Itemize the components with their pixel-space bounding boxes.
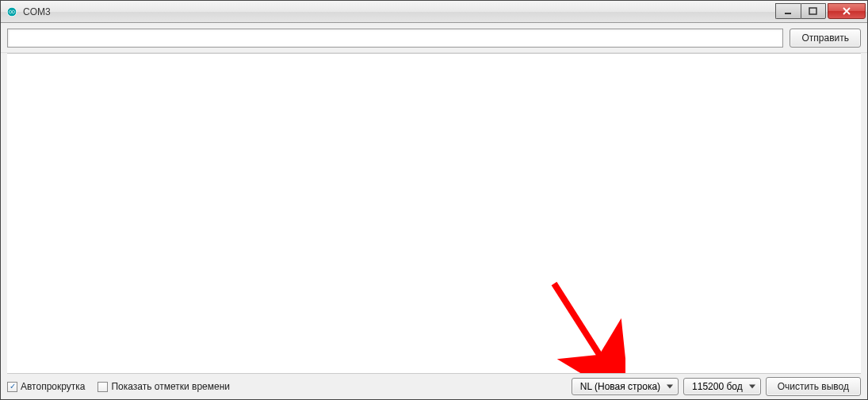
chevron-down-icon bbox=[667, 385, 673, 389]
titlebar: COM3 bbox=[1, 1, 867, 23]
line-ending-select[interactable]: NL (Новая строка) bbox=[572, 378, 679, 395]
send-toolbar: Отправить bbox=[1, 23, 867, 53]
serial-output bbox=[7, 53, 861, 374]
timestamp-checkbox[interactable] bbox=[98, 382, 108, 392]
autoscroll-checkbox[interactable] bbox=[7, 382, 17, 392]
svg-line-3 bbox=[554, 284, 610, 371]
chevron-down-icon bbox=[749, 385, 755, 389]
minimize-button[interactable] bbox=[775, 3, 801, 19]
svg-rect-1 bbox=[785, 13, 791, 14]
autoscroll-checkbox-wrap[interactable]: Автопрокрутка bbox=[7, 381, 85, 392]
timestamp-label: Показать отметки времени bbox=[111, 381, 230, 392]
line-ending-value: NL (Новая строка) bbox=[580, 381, 660, 392]
window-title: COM3 bbox=[23, 6, 775, 17]
close-button[interactable] bbox=[828, 3, 866, 19]
annotation-arrow bbox=[538, 276, 625, 374]
clear-output-button[interactable]: Очистить вывод bbox=[766, 377, 861, 396]
maximize-button[interactable] bbox=[801, 3, 826, 19]
send-button[interactable]: Отправить bbox=[790, 29, 861, 48]
timestamp-checkbox-wrap[interactable]: Показать отметки времени bbox=[98, 381, 230, 392]
baud-rate-select[interactable]: 115200 бод bbox=[683, 378, 761, 395]
statusbar: Автопрокрутка Показать отметки времени N… bbox=[1, 374, 867, 399]
serial-monitor-window: COM3 Отправить bbox=[0, 0, 868, 400]
autoscroll-label: Автопрокрутка bbox=[21, 381, 85, 392]
window-controls bbox=[775, 3, 866, 19]
serial-input[interactable] bbox=[7, 29, 783, 48]
arduino-icon bbox=[6, 6, 18, 18]
baud-rate-value: 115200 бод bbox=[692, 381, 743, 392]
svg-rect-2 bbox=[809, 8, 816, 14]
